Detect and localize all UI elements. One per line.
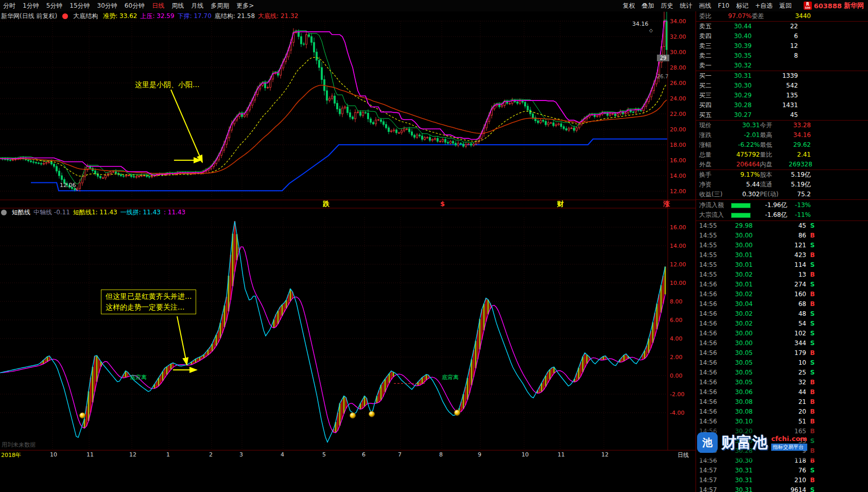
tick-price: 30.05: [721, 358, 753, 368]
indicator-dot-icon[interactable]: [62, 13, 68, 19]
svg-text:26.7: 26.7: [657, 74, 668, 79]
bid-row[interactable]: 买四30.281431: [696, 100, 868, 110]
tick-volume: 20: [753, 407, 806, 417]
weicha-label: 委差: [752, 11, 772, 21]
info-value: 5.19亿: [789, 180, 811, 190]
indicator-reading: 一线拼: 11.43: [120, 209, 161, 216]
ask-row[interactable]: 卖一30.32: [696, 61, 868, 71]
menu-item-1分钟[interactable]: 1分钟: [23, 2, 39, 10]
tick-row: 14:5730.319614S: [696, 485, 868, 492]
svg-text:4.00: 4.00: [670, 335, 683, 342]
info-label: 最高: [760, 130, 789, 140]
info-value: -2.01: [726, 130, 760, 140]
tick-volume: 179: [753, 348, 806, 358]
level-label: 买二: [699, 81, 723, 91]
menu-item-30分钟[interactable]: 30分钟: [97, 2, 117, 10]
menu-item-+自选[interactable]: +自选: [755, 2, 773, 10]
stock-info-grid: 现价30.31今开33.28涨跌-2.01最高34.16涨幅-6.22%最低29…: [696, 121, 868, 170]
ask-levels: 卖五30.4422卖四30.406卖三30.3912卖二30.358卖一30.3…: [696, 22, 868, 71]
menu-item-60分钟[interactable]: 60分钟: [125, 2, 145, 10]
tick-row: 14:5630.0468B: [696, 299, 868, 309]
menu-item-F10[interactable]: F10: [718, 2, 729, 9]
tick-time: 14:55: [699, 241, 721, 250]
svg-text:跌: 跌: [322, 200, 329, 208]
money-flow-rows: 净流入额-1.96亿-13%大宗流入-1.68亿-11%: [696, 200, 868, 221]
bid-row[interactable]: 买一30.311339: [696, 71, 868, 81]
menu-item-叠加[interactable]: 叠加: [641, 2, 654, 10]
menu-item-统计[interactable]: 统计: [680, 2, 692, 10]
bid-row[interactable]: 买二30.30542: [696, 81, 868, 91]
stock-info-grid-2: 换手9.17%股本5.19亿净资5.44流通5.19亿收益(三)0.302PE(…: [696, 170, 868, 200]
stock-badge[interactable]: R500603888新华网: [804, 1, 864, 10]
svg-text:24.00: 24.00: [670, 95, 686, 102]
menu-item-更多>[interactable]: 更多>: [236, 2, 254, 10]
tick-row: 14:5630.0248S: [696, 309, 868, 319]
tick-time: 14:57: [699, 485, 721, 492]
menu-item-分时[interactable]: 分时: [3, 2, 15, 10]
ask-row[interactable]: 卖三30.3912: [696, 41, 868, 51]
axis-month-label: 6: [362, 451, 366, 458]
menu-item-复权[interactable]: 复权: [622, 2, 635, 10]
info-row: 总量475792量比2.41: [696, 150, 868, 160]
bid-levels: 买一30.311339买二30.30542买三30.29135买四30.2814…: [696, 71, 868, 121]
level-price: 30.35: [723, 51, 752, 61]
tick-side: B: [806, 407, 819, 417]
info-label: 收益(三): [699, 190, 726, 199]
tick-time: 14:56: [699, 319, 721, 329]
axis-month-label: 1: [166, 451, 170, 458]
svg-text:20.00: 20.00: [670, 126, 686, 133]
flow-value: -1.68亿: [765, 210, 787, 220]
axis-month-label: 12: [129, 451, 136, 458]
tick-price: 30.02: [721, 290, 753, 299]
tick-price: 30.08: [721, 397, 753, 407]
indicator-reading: 上压: 32.59: [140, 12, 174, 20]
info-label: 现价: [699, 121, 726, 130]
menu-item-5分钟[interactable]: 5分钟: [46, 2, 63, 10]
svg-text:10.00: 10.00: [670, 280, 686, 286]
tick-volume: 102: [753, 329, 806, 338]
menu-item-15分钟[interactable]: 15分钟: [70, 2, 90, 10]
level-price: 30.29: [723, 91, 752, 100]
tick-side: S: [806, 338, 819, 348]
level-price: 30.44: [723, 22, 752, 31]
svg-text:14.00: 14.00: [670, 243, 686, 249]
menu-item-周线[interactable]: 周线: [171, 2, 184, 10]
menu-item-返回[interactable]: 返回: [779, 2, 792, 10]
indicator-name[interactable]: 大底结构: [73, 11, 98, 21]
svg-text:26.00: 26.00: [670, 80, 686, 87]
tick-time: 14:56: [699, 387, 721, 397]
level-volume: 6: [752, 31, 798, 41]
svg-text:-4.00: -4.00: [670, 410, 684, 416]
bid-row[interactable]: 买五30.2745: [696, 110, 868, 120]
ask-row[interactable]: 卖二30.358: [696, 51, 868, 61]
menu-item-月线[interactable]: 月线: [191, 2, 203, 10]
tick-row: 14:5630.00344S: [696, 338, 868, 348]
indicator-reading: 大底线: 21.32: [258, 12, 298, 20]
bid-row[interactable]: 买三30.29135: [696, 91, 868, 100]
chart-region: 34.0032.0030.0028.0026.0024.0022.0020.00…: [0, 11, 696, 492]
tick-row: 14:5730.3176S: [696, 466, 868, 476]
ask-row[interactable]: 卖四30.406: [696, 31, 868, 41]
svg-text:30.00: 30.00: [670, 49, 686, 56]
axis-month-label: 2: [209, 451, 213, 458]
cfchi-domain: cfchi.com: [771, 435, 807, 443]
svg-text:34.16: 34.16: [632, 21, 649, 27]
indicator-dot-icon[interactable]: [1, 210, 7, 215]
menu-item-画线[interactable]: 画线: [699, 2, 711, 10]
info-label: PE(动): [760, 190, 789, 199]
menu-item-多周期[interactable]: 多周期: [211, 2, 229, 10]
indicator-reading: 准势: 33.62: [103, 12, 137, 20]
tick-price: 30.00: [721, 338, 753, 348]
menu-item-标记[interactable]: 标记: [736, 2, 749, 10]
menu-item-历史[interactable]: 历史: [661, 2, 673, 10]
grid: 34.0032.0030.0028.0026.0024.0022.0020.00…: [0, 18, 686, 449]
level-volume: [752, 61, 798, 71]
menu-item-日线[interactable]: 日线: [152, 2, 164, 10]
tick-price: 30.31: [721, 485, 753, 492]
price-and-indicator-chart[interactable]: 34.0032.0030.0028.0026.0024.0022.0020.00…: [0, 11, 696, 460]
info-label: 涨跌: [699, 130, 726, 140]
tick-time: 14:56: [699, 378, 721, 387]
info-value: 206464: [726, 160, 760, 169]
svg-text:0.00: 0.00: [670, 372, 683, 379]
ask-row[interactable]: 卖五30.4422: [696, 22, 868, 31]
